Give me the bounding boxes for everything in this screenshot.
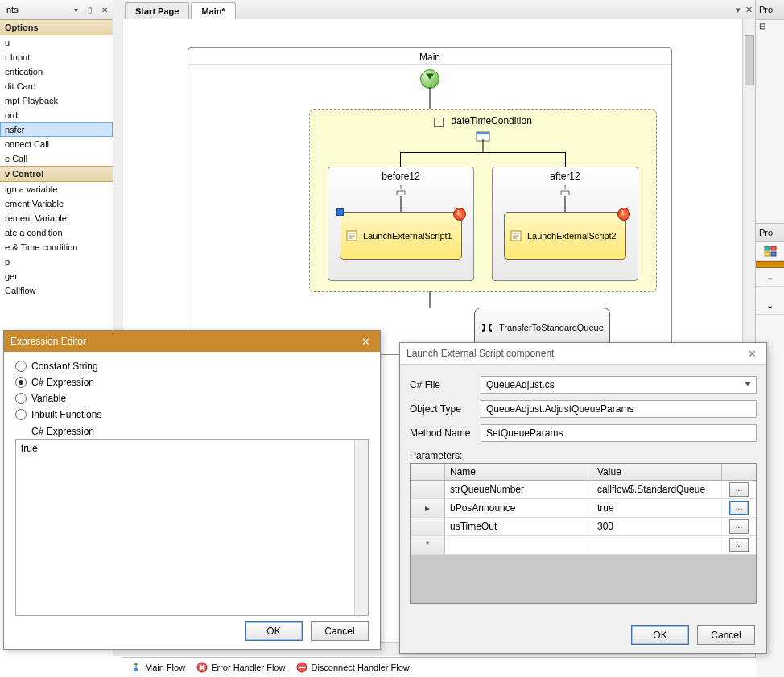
radio-csharp-expression[interactable]: C# Expression [15,374,369,390]
expression-label: C# Expression [4,424,380,439]
svg-rect-6 [765,252,770,256]
chevron-down-icon[interactable]: ▾ [71,5,80,14]
csharp-file-label: C# File [410,379,474,390]
close-icon[interactable]: ✕ [100,5,109,14]
components-panel-header: nts ▾ ▯ ✕ [0,0,113,20]
svg-rect-9 [134,668,138,671]
param-value[interactable]: true [592,499,722,517]
table-row[interactable]: strQueueNumbercallflow$.StandardQueue... [411,481,756,499]
list-item[interactable]: nsfer [0,122,113,137]
radio-variable[interactable]: Variable [15,390,369,407]
branch-title: before12 [328,167,473,182]
close-icon[interactable]: ✕ [357,334,373,349]
error-badge-icon [453,208,466,221]
tab-start-page[interactable]: Start Page [125,2,189,19]
ellipsis-button[interactable]: ... [729,501,749,515]
workspace: nts ▾ ▯ ✕ Optionsur Inputenticationdit C… [0,0,784,677]
table-row[interactable]: usTimeOut300... [411,518,756,536]
tab-main[interactable]: Main* [191,2,235,19]
ellipsis-button[interactable]: ... [729,538,749,552]
param-value[interactable]: callflow$.StandardQueue [592,481,722,498]
list-item[interactable]: mpt Playback [0,93,113,108]
method-name-field[interactable]: SetQueueParams [481,424,757,442]
chevron-down-icon[interactable]: ⌄ [756,296,784,315]
list-item[interactable]: u [0,35,113,50]
branch-before12[interactable]: before12 LaunchExternalScript1 [328,167,474,281]
error-badge-icon [617,208,630,221]
group-header-control[interactable]: v Control [0,166,113,182]
csharp-file-combo[interactable]: QueueAdjust.cs [481,376,757,394]
launch-external-script-1[interactable]: LaunchExternalScript1 [340,212,462,260]
param-name: strQueueNumber [445,481,592,498]
table-row[interactable]: ▸bPosAnnouncetrue... [411,499,756,518]
list-item[interactable]: r Input [0,50,113,64]
list-item[interactable]: dit Card [0,79,113,93]
date-time-condition[interactable]: − dateTimeCondition before12 [309,109,657,292]
column-header-value[interactable]: Value [592,464,722,480]
dialog-titlebar[interactable]: Expression Editor ✕ [4,331,380,352]
tree-toggle-icon[interactable]: ⊟ [756,20,784,38]
list-item[interactable]: e & Time condition [0,240,113,254]
ellipsis-button[interactable]: ... [729,519,749,534]
list-item[interactable]: entication [0,64,113,79]
flow-tab-error[interactable]: Error Handler Flow [196,662,285,673]
dialog-titlebar[interactable]: Launch External Script component ✕ [400,343,766,365]
properties-header[interactable]: Pro [756,223,784,242]
cancel-button[interactable]: Cancel [311,621,369,641]
svg-point-8 [134,663,138,666]
list-item[interactable]: ement Variable [0,196,113,211]
table-row-new[interactable]: * ... [411,536,756,555]
svg-rect-5 [771,246,776,250]
list-item[interactable]: rement Variable [0,211,113,225]
list-item[interactable]: ord [0,108,113,122]
radio-constant-string[interactable]: Constant String [15,358,369,374]
cancel-button[interactable]: Cancel [697,625,755,645]
launch-external-script-2[interactable]: LaunchExternalScript2 [504,212,626,260]
close-icon[interactable]: ✕ [745,5,753,15]
vertical-scrollbar[interactable] [354,440,368,615]
right-panel-header[interactable]: Pro [756,0,784,20]
ellipsis-button[interactable]: ... [729,482,749,497]
main-container: Main − dateTimeCondition before12 [188,47,672,355]
branch-after12[interactable]: after12 LaunchExternalScript2 [492,167,638,281]
list-item[interactable]: onnect Call [0,137,113,151]
list-item[interactable]: ger [0,269,113,283]
ok-button[interactable]: OK [245,621,303,641]
radio-inbuilt-functions[interactable]: Inbuilt Functions [15,407,369,423]
list-item[interactable]: e Call [0,151,113,166]
components-panel-title: nts [3,5,66,14]
group-header-options[interactable]: Options [0,19,113,35]
object-type-field[interactable]: QueueAdjust.AdjustQueueParams [481,400,757,418]
param-name: bPosAnnounce [445,499,592,517]
transfer-icon [480,322,494,333]
categorize-icon[interactable] [756,242,784,261]
param-name: usTimeOut [445,518,592,535]
collapse-icon[interactable]: − [434,118,444,127]
svg-rect-7 [771,252,776,256]
main-title: Main [188,48,671,65]
expression-textarea[interactable]: true [15,439,369,616]
object-type-label: Object Type [410,403,474,415]
flow-tab-main[interactable]: Main Flow [130,662,185,673]
chevron-down-icon[interactable]: ▾ [736,5,741,15]
chevron-down-icon[interactable]: ⌄ [756,268,784,287]
column-header-name[interactable]: Name [445,464,592,480]
branch-icon [395,184,406,196]
param-value[interactable]: 300 [592,518,722,535]
branch-title: after12 [493,167,638,182]
list-item[interactable]: ate a condition [0,225,113,240]
accent-bar [756,261,784,268]
method-name-label: Method Name [410,427,474,439]
list-item[interactable]: ign a variable [0,182,113,196]
start-node[interactable] [420,69,439,89]
flow-tab-disconnect[interactable]: Disconnect Handler Flow [296,662,409,673]
flow-icon [130,662,142,673]
close-icon[interactable]: ✕ [744,346,760,361]
pin-icon[interactable]: ▯ [85,5,95,14]
ok-button[interactable]: OK [631,625,689,645]
node-label: LaunchExternalScript1 [363,231,452,241]
error-icon [196,662,208,673]
list-item[interactable]: Callflow [0,283,113,298]
list-item[interactable]: p [0,254,113,269]
branch-icon [559,184,571,196]
